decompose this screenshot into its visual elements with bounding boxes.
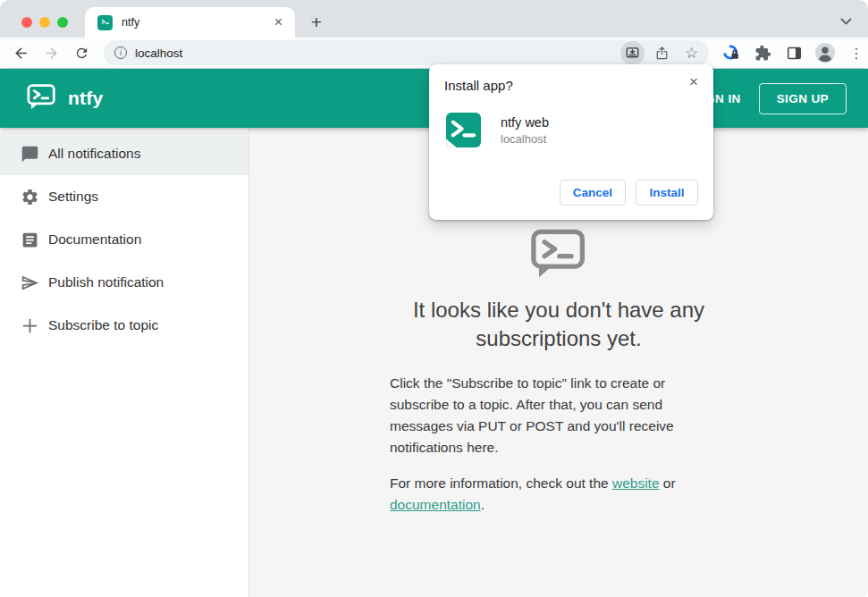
sidebar-item-label: Subscribe to topic	[48, 317, 158, 333]
sidebar-item-label: All notifications	[48, 146, 140, 162]
empty-state-paragraph: Click the "Subscribe to topic" link to c…	[390, 373, 728, 458]
share-icon[interactable]	[650, 41, 674, 65]
website-link[interactable]: website	[612, 475, 660, 491]
more-info-text: or	[660, 475, 676, 491]
forward-icon[interactable]	[38, 39, 64, 66]
dialog-close-icon[interactable]: ×	[685, 73, 703, 91]
empty-state: It looks like you don't have any subscri…	[371, 228, 746, 530]
bookmark-star-icon[interactable]: ☆	[679, 41, 704, 65]
tab-close-icon[interactable]: ×	[271, 15, 286, 29]
side-panel-icon[interactable]	[782, 41, 805, 64]
profile-avatar-icon[interactable]	[813, 41, 837, 64]
ntfy-logo-gray-icon	[371, 228, 746, 283]
ntfy-app-icon	[446, 113, 481, 147]
sidebar-item-label: Documentation	[48, 231, 141, 248]
sidebar-item-publish-notification[interactable]: Publish notification	[0, 261, 249, 304]
sidebar-item-documentation[interactable]: Documentation	[0, 218, 249, 261]
browser-menu-kebab-icon[interactable]: ⋮	[845, 41, 868, 64]
dialog-app-origin: localhost	[501, 132, 549, 146]
reload-icon[interactable]	[68, 39, 95, 66]
sidebar-nav: All notifications Settings Documentation…	[0, 128, 249, 597]
plus-icon	[19, 315, 40, 336]
browser-tab-ntfy[interactable]: ntfy ×	[85, 7, 295, 38]
sidebar-item-label: Publish notification	[48, 274, 164, 290]
sidebar-item-label: Settings	[48, 189, 98, 205]
address-bar[interactable]: i localhost ☆	[104, 40, 709, 65]
sidebar-item-all-notifications[interactable]: All notifications	[0, 132, 249, 175]
send-icon	[19, 272, 40, 293]
window-minimize-button[interactable]	[39, 17, 50, 28]
window-controls	[21, 17, 68, 28]
empty-state-heading: It looks like you don't have any subscri…	[371, 296, 746, 353]
install-app-icon[interactable]	[620, 41, 645, 65]
window-close-button[interactable]	[21, 17, 32, 28]
browser-window: ntfy × + i localhost	[0, 0, 868, 597]
privacy-extension-icon[interactable]	[720, 41, 743, 64]
site-info-icon[interactable]: i	[114, 46, 127, 59]
empty-state-more-info: For more information, check out the webs…	[390, 473, 728, 516]
more-info-text: For more information, check out the	[390, 475, 612, 491]
tab-title: ntfy	[122, 16, 271, 29]
ntfy-favicon-icon	[97, 15, 113, 30]
url-text[interactable]: localhost	[135, 46, 620, 60]
extensions-puzzle-icon[interactable]	[751, 41, 774, 64]
gear-icon	[19, 186, 40, 207]
cancel-button[interactable]: Cancel	[560, 180, 626, 206]
window-zoom-button[interactable]	[57, 17, 68, 28]
documentation-link[interactable]: documentation	[390, 497, 481, 512]
sidebar-item-subscribe-to-topic[interactable]: Subscribe to topic	[0, 304, 249, 347]
brand-title: ntfy	[68, 88, 103, 109]
dialog-app-name: ntfy web	[501, 115, 549, 130]
more-info-text: .	[481, 497, 485, 512]
install-app-dialog: Install app? × ntfy web localhost Cancel…	[429, 64, 713, 220]
new-tab-button[interactable]: +	[305, 11, 328, 34]
ntfy-logo-icon	[27, 83, 56, 114]
tab-strip: ntfy × +	[0, 0, 868, 38]
dialog-title: Install app?	[444, 78, 698, 93]
article-icon	[19, 229, 40, 250]
back-icon[interactable]	[7, 39, 34, 66]
sign-up-button[interactable]: SIGN UP	[759, 83, 847, 114]
chat-icon	[19, 143, 40, 164]
sidebar-item-settings[interactable]: Settings	[0, 175, 249, 218]
tab-search-chevron-icon[interactable]	[840, 13, 852, 29]
install-button[interactable]: Install	[636, 180, 698, 206]
